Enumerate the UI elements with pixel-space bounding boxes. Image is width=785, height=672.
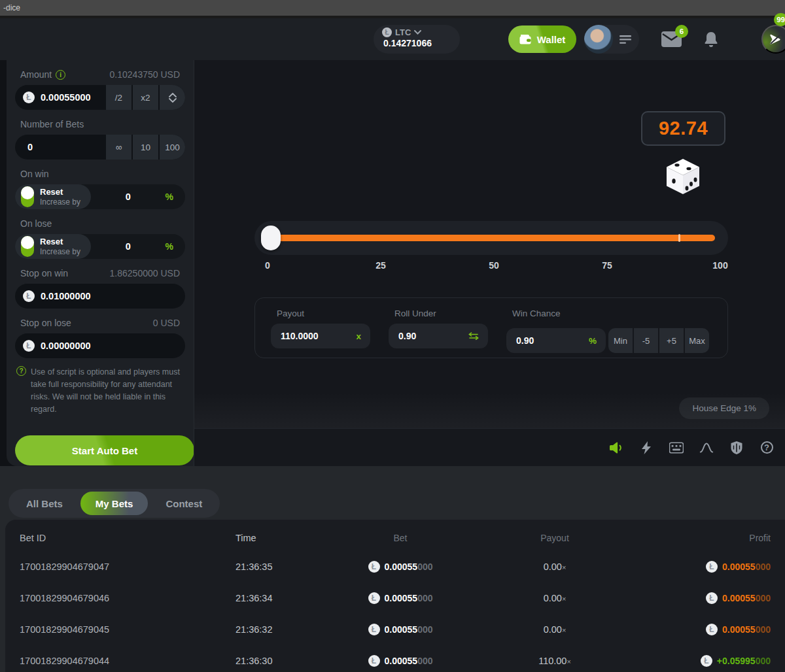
inbox-button[interactable]: 6 bbox=[661, 31, 682, 47]
bet-profit: +0.05995000 bbox=[717, 655, 771, 667]
double-amount-button[interactable]: x2 bbox=[133, 85, 158, 110]
question-icon: ? bbox=[761, 441, 773, 454]
amount-input[interactable]: Ł 0.00055000 /2 x2 bbox=[15, 85, 185, 110]
bet-id: 17001829904679046 bbox=[20, 593, 236, 603]
bets-section: All Bets My Bets Contest Bet ID Time Bet… bbox=[0, 466, 785, 672]
stats-button[interactable] bbox=[699, 442, 714, 454]
hotkeys-button[interactable] bbox=[669, 442, 684, 454]
payout-suffix: x bbox=[356, 331, 361, 341]
ltc-coin-icon: Ł bbox=[23, 92, 35, 103]
ltc-coin-icon: Ł bbox=[23, 340, 35, 352]
turbo-button[interactable] bbox=[639, 441, 654, 455]
table-row[interactable]: 17001829904679045 21:36:32 Ł0.00055000 0… bbox=[20, 614, 771, 645]
stop-on-win-usd: 1.86250000 USD bbox=[110, 268, 180, 278]
ltc-coin-icon: Ł bbox=[706, 624, 718, 635]
number-of-bets-value: 0 bbox=[27, 142, 33, 152]
on-lose-reset-toggle[interactable]: Reset Increase by bbox=[15, 234, 91, 259]
chevron-down-icon bbox=[414, 30, 421, 35]
on-win-label: On win bbox=[20, 169, 49, 179]
slider-handle[interactable] bbox=[261, 226, 281, 250]
user-menu[interactable] bbox=[584, 25, 639, 54]
hundred-bets-button[interactable]: 100 bbox=[160, 135, 185, 160]
ltc-coin-icon: Ł bbox=[382, 27, 392, 37]
stop-on-win-input[interactable]: Ł 0.01000000 bbox=[15, 284, 185, 309]
on-lose-percent: % bbox=[166, 241, 185, 252]
stop-on-win-value: 0.01000000 bbox=[41, 291, 91, 301]
wallet-icon bbox=[519, 34, 532, 44]
game-section: Amount i 0.10243750 USD Ł 0.00055000 /2 … bbox=[0, 60, 785, 466]
roll-slider[interactable] bbox=[254, 221, 728, 255]
number-of-bets-input[interactable]: 0 ∞ 10 100 bbox=[15, 135, 185, 160]
plus-5-button[interactable]: +5 bbox=[659, 328, 684, 353]
bets-table: Bet ID Time Bet Payout Profit 1700182990… bbox=[5, 520, 785, 672]
table-row[interactable]: 17001829904679046 21:36:34 Ł0.00055000 0… bbox=[20, 582, 771, 614]
ltc-coin-icon: Ł bbox=[368, 592, 380, 604]
chat-toggle-button[interactable]: 99 bbox=[761, 25, 785, 54]
win-chance-suffix: % bbox=[589, 336, 597, 346]
wallet-balance: 0.14271066 bbox=[382, 38, 460, 48]
amount-usd: 0.10243750 USD bbox=[110, 69, 180, 80]
bet-profit: 0.00055000 bbox=[722, 592, 771, 604]
bet-time: 21:36:30 bbox=[236, 656, 334, 666]
win-chance-input[interactable]: 0.90 % bbox=[506, 328, 606, 353]
chat-badge: 99 bbox=[774, 13, 785, 26]
dice-icon bbox=[665, 158, 701, 197]
info-icon[interactable]: i bbox=[56, 70, 65, 80]
tab-contest[interactable]: Contest bbox=[150, 492, 217, 515]
bet-stats-panel: Payout 110.0000 x Roll Under 0.90 bbox=[254, 297, 728, 358]
bet-profit: 0.00055000 bbox=[722, 624, 771, 635]
payout-input[interactable]: 110.0000 x bbox=[271, 324, 370, 348]
ltc-coin-icon: Ł bbox=[368, 624, 380, 635]
notifications-button[interactable] bbox=[704, 31, 718, 48]
ltc-coin-icon: Ł bbox=[368, 655, 380, 667]
on-lose-label: On lose bbox=[20, 218, 52, 229]
stop-on-lose-value: 0.00000000 bbox=[41, 341, 91, 351]
help-button[interactable]: ? bbox=[759, 441, 774, 454]
fairness-button[interactable] bbox=[729, 441, 744, 455]
bell-icon bbox=[704, 31, 718, 48]
stop-on-lose-usd: 0 USD bbox=[153, 318, 180, 328]
window-titlebar: -dice bbox=[0, 0, 785, 18]
win-chance-value: 0.90 bbox=[516, 335, 589, 346]
tab-all-bets[interactable]: All Bets bbox=[11, 492, 78, 515]
disclaimer-text: Use of script is optional and players mu… bbox=[31, 366, 184, 416]
stop-on-lose-label: Stop on lose bbox=[20, 318, 71, 328]
amount-stepper[interactable] bbox=[160, 85, 185, 110]
on-lose-row: Reset Increase by 0 % bbox=[15, 234, 185, 259]
tab-my-bets[interactable]: My Bets bbox=[80, 492, 148, 515]
max-chance-button[interactable]: Max bbox=[685, 328, 709, 353]
toggle-icon[interactable] bbox=[21, 186, 34, 207]
min-chance-button[interactable]: Min bbox=[608, 328, 633, 353]
roll-under-value: 0.90 bbox=[398, 331, 468, 341]
table-row[interactable]: 17001829904679047 21:36:35 Ł0.00055000 0… bbox=[20, 551, 771, 582]
scale-tick: 0 bbox=[265, 260, 270, 271]
start-auto-bet-button[interactable]: Start Auto Bet bbox=[15, 435, 194, 465]
roll-under-input[interactable]: 0.90 bbox=[389, 324, 488, 348]
col-time: Time bbox=[236, 533, 334, 543]
ltc-coin-icon: Ł bbox=[706, 561, 718, 573]
currency-code: LTC bbox=[395, 27, 411, 37]
half-amount-button[interactable]: /2 bbox=[106, 85, 131, 110]
chat-off-icon bbox=[769, 33, 782, 46]
swap-icon[interactable] bbox=[468, 332, 479, 340]
infinity-bets-button[interactable]: ∞ bbox=[106, 135, 131, 160]
table-row[interactable]: 17001829904679044 21:36:30 Ł0.00055000 1… bbox=[20, 645, 771, 672]
bet-payout: 0.00 bbox=[544, 593, 562, 603]
toggle-icon[interactable] bbox=[21, 236, 34, 257]
on-win-value[interactable]: 0 bbox=[91, 192, 166, 202]
sound-button[interactable] bbox=[609, 442, 623, 454]
on-win-reset-toggle[interactable]: Reset Increase by bbox=[15, 184, 91, 209]
dice-game-area: 92.74 0 25 50 75 100 bbox=[194, 60, 785, 466]
slider-scale: 0 25 50 75 100 bbox=[268, 260, 720, 272]
stop-on-lose-input[interactable]: Ł 0.00000000 bbox=[15, 333, 185, 358]
slider-track[interactable] bbox=[268, 235, 715, 241]
currency-selector[interactable]: Ł LTC 0.14271066 bbox=[374, 25, 460, 54]
on-lose-value[interactable]: 0 bbox=[91, 241, 166, 252]
avatar[interactable] bbox=[584, 25, 613, 54]
on-win-percent: % bbox=[166, 192, 185, 202]
minus-5-button[interactable]: -5 bbox=[634, 328, 658, 353]
ten-bets-button[interactable]: 10 bbox=[133, 135, 158, 160]
wallet-button[interactable]: Wallet bbox=[508, 25, 576, 53]
scale-tick: 25 bbox=[375, 260, 386, 271]
bet-time: 21:36:32 bbox=[236, 624, 334, 635]
